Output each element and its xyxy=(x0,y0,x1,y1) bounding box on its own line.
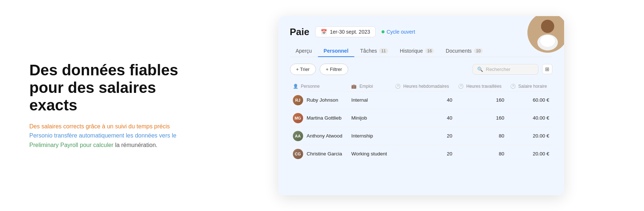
date-label: 1er-30 sept. 2023 xyxy=(330,29,370,35)
title-line2: pour des salaires exacts xyxy=(29,79,156,114)
avatar-initials-3: CG xyxy=(293,149,303,159)
subtitle: Des salaires corrects grâce à un suivi d… xyxy=(29,122,198,150)
person-avatar-3: CG xyxy=(293,149,303,159)
cell-emploi-3: Working student xyxy=(348,145,392,163)
app-inner: Paie 📅 1er-30 sept. 2023 Cycle ouvert Ap… xyxy=(290,26,552,163)
cell-weekly-2: 20 xyxy=(392,127,455,145)
sort-button[interactable]: + Trier xyxy=(290,64,316,75)
person-avatar-0: RJ xyxy=(293,95,303,105)
app-header: Paie 📅 1er-30 sept. 2023 Cycle ouvert xyxy=(290,26,552,38)
cycle-dot xyxy=(382,30,384,33)
search-icon: 🔍 xyxy=(477,67,483,72)
clock-icon-1: 🕐 xyxy=(395,84,401,89)
cell-emploi-2: Internship xyxy=(348,127,392,145)
col-weekly-label: Heures hebdomadaires xyxy=(403,84,449,89)
grid-view-button[interactable]: ⊞ xyxy=(542,64,552,74)
table-row: CG Christine Garcia Working student 20 8… xyxy=(290,145,552,163)
col-header-weekly: 🕐 Heures hebdomadaires xyxy=(392,82,455,91)
person-icon: 👤 xyxy=(293,84,298,89)
col-worked-label: Heures travaillées xyxy=(466,84,501,89)
filter-button-label: + Filtrer xyxy=(326,67,342,72)
col-header-person: 👤 Personne xyxy=(290,82,349,91)
personnel-table: 👤 Personne 💼 Emploi 🕐 Heures hebdomadair… xyxy=(290,82,552,163)
search-box[interactable]: 🔍 Rechercher xyxy=(472,64,538,75)
cell-worked-2: 80 xyxy=(455,127,507,145)
sort-button-label: + Trier xyxy=(296,67,310,72)
cell-weekly-3: 20 xyxy=(392,145,455,163)
tab-documents-badge: 10 xyxy=(474,48,483,53)
col-header-worked: 🕐 Heures travaillées xyxy=(455,82,507,91)
main-title: Des données fiables pour des salaires ex… xyxy=(29,61,198,114)
col-salary-label: Salaire horaire xyxy=(518,84,547,89)
page-layout: Des données fiables pour des salaires ex… xyxy=(0,0,644,211)
tab-taches-badge: 11 xyxy=(379,48,388,53)
cycle-badge[interactable]: Cycle ouvert xyxy=(382,29,415,35)
cell-person-2: AA Anthony Atwood xyxy=(290,127,349,145)
table-header-row: 👤 Personne 💼 Emploi 🕐 Heures hebdomadair… xyxy=(290,82,552,91)
cell-person-0: RJ Ruby Johnson xyxy=(290,91,349,109)
tab-historique-badge: 16 xyxy=(425,48,434,53)
cell-weekly-0: 40 xyxy=(392,91,455,109)
subtitle-part1: Des salaires corrects grâce à un suivi d… xyxy=(29,123,170,129)
subtitle-part4: la rémunération. xyxy=(115,142,158,148)
search-placeholder: Rechercher xyxy=(486,67,511,72)
date-badge[interactable]: 📅 1er-30 sept. 2023 xyxy=(315,26,376,37)
person-avatar-2: AA xyxy=(293,131,303,141)
person-name-2: Anthony Atwood xyxy=(307,133,343,139)
cell-worked-3: 80 xyxy=(455,145,507,163)
cell-worked-1: 160 xyxy=(455,109,507,127)
col-header-salary: 🕐 Salaire horaire xyxy=(507,82,552,91)
person-name-3: Christine Garcia xyxy=(307,151,342,157)
cell-weekly-1: 40 xyxy=(392,109,455,127)
cell-emploi-1: Minijob xyxy=(348,109,392,127)
person-name-0: Ruby Johnson xyxy=(307,97,338,103)
tab-taches-label: Tâches xyxy=(360,48,377,54)
title-line1: Des données fiables xyxy=(29,61,178,79)
tab-personnel-label: Personnel xyxy=(324,48,349,54)
clock-icon-2: 🕐 xyxy=(458,84,464,89)
tab-documents[interactable]: Documents 10 xyxy=(440,45,489,57)
tab-personnel[interactable]: Personnel xyxy=(318,45,354,57)
cell-emploi-0: Internal xyxy=(348,91,392,109)
cell-salary-0: 60.00 € xyxy=(507,91,552,109)
cell-salary-1: 40.00 € xyxy=(507,109,552,127)
grid-icon: ⊞ xyxy=(545,66,549,72)
right-panel: Paie 📅 1er-30 sept. 2023 Cycle ouvert Ap… xyxy=(227,16,615,195)
avatar-initials-2: AA xyxy=(293,131,303,141)
calendar-icon: 📅 xyxy=(321,29,327,35)
subtitle-part2: Personio transfère automatiquement les d… xyxy=(29,132,176,139)
col-emploi-label: Emploi xyxy=(360,84,373,89)
briefcase-icon: 💼 xyxy=(351,84,357,89)
table-row: RJ Ruby Johnson Internal 40 160 60.00 € xyxy=(290,91,552,109)
tab-apercu-label: Aperçu xyxy=(296,48,312,54)
app-title: Paie xyxy=(290,26,310,38)
cell-salary-3: 20.00 € xyxy=(507,145,552,163)
tab-historique[interactable]: Historique 16 xyxy=(394,45,440,57)
filter-button[interactable]: + Filtrer xyxy=(320,64,348,75)
cell-person-1: MG Martina Gottlieb xyxy=(290,109,349,127)
cell-worked-0: 160 xyxy=(455,91,507,109)
avatar-initials-1: MG xyxy=(293,113,303,123)
person-name-1: Martina Gottlieb xyxy=(307,115,342,121)
tab-apercu[interactable]: Aperçu xyxy=(290,45,318,57)
left-panel: Des données fiables pour des salaires ex… xyxy=(29,61,198,150)
table-row: MG Martina Gottlieb Minijob 40 160 40.00… xyxy=(290,109,552,127)
cell-salary-2: 20.00 € xyxy=(507,127,552,145)
table-row: AA Anthony Atwood Internship 20 80 20.00… xyxy=(290,127,552,145)
person-avatar-1: MG xyxy=(293,113,303,123)
tab-taches[interactable]: Tâches 11 xyxy=(354,45,394,57)
app-window: Paie 📅 1er-30 sept. 2023 Cycle ouvert Ap… xyxy=(278,16,564,195)
nav-tabs: Aperçu Personnel Tâches 11 Historique 16 xyxy=(290,45,552,57)
avatar-initials-0: RJ xyxy=(293,95,303,105)
toolbar: + Trier + Filtrer 🔍 Rechercher ⊞ xyxy=(290,64,552,75)
tab-historique-label: Historique xyxy=(400,48,423,54)
cycle-label: Cycle ouvert xyxy=(387,29,415,35)
cell-person-3: CG Christine Garcia xyxy=(290,145,349,163)
col-header-emploi: 💼 Emploi xyxy=(348,82,392,91)
tab-documents-label: Documents xyxy=(446,48,472,54)
clock-icon-3: 🕐 xyxy=(510,84,516,89)
col-person-label: Personne xyxy=(301,84,320,89)
subtitle-part3: Preliminary Payroll pour calculer xyxy=(29,142,113,148)
